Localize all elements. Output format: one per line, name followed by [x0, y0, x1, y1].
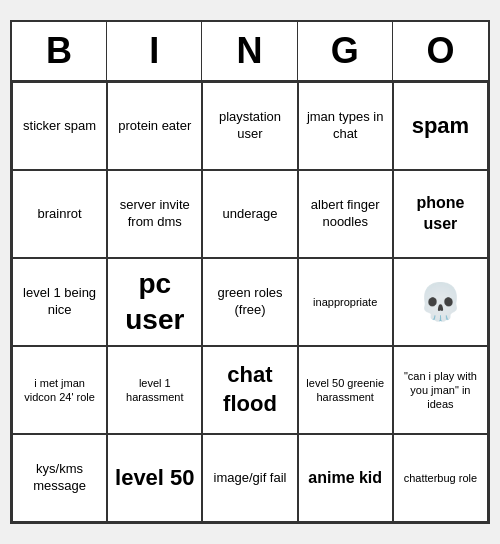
- cell-6: server invite from dms: [107, 170, 202, 258]
- letter-b: B: [12, 22, 107, 80]
- cell-10: level 1 being nice: [12, 258, 107, 346]
- cell-0: sticker spam: [12, 82, 107, 170]
- bingo-grid: sticker spam protein eater playstation u…: [12, 82, 488, 522]
- cell-4: spam: [393, 82, 488, 170]
- cell-24: chatterbug role: [393, 434, 488, 522]
- cell-11: pc user: [107, 258, 202, 346]
- cell-7: underage: [202, 170, 297, 258]
- cell-1: protein eater: [107, 82, 202, 170]
- cell-19: "can i play with you jman" in ideas: [393, 346, 488, 434]
- letter-n: N: [202, 22, 297, 80]
- cell-12: green roles (free): [202, 258, 297, 346]
- bingo-card: B I N G O sticker spam protein eater pla…: [10, 20, 490, 524]
- cell-14: 💀: [393, 258, 488, 346]
- cell-22: image/gif fail: [202, 434, 297, 522]
- cell-5: brainrot: [12, 170, 107, 258]
- cell-21: level 50: [107, 434, 202, 522]
- letter-i: I: [107, 22, 202, 80]
- cell-23: anime kid: [298, 434, 393, 522]
- cell-13: inappropriate: [298, 258, 393, 346]
- cell-2: playstation user: [202, 82, 297, 170]
- cell-3: jman types in chat: [298, 82, 393, 170]
- cell-17: chat flood: [202, 346, 297, 434]
- cell-18: level 50 greenie harassment: [298, 346, 393, 434]
- letter-o: O: [393, 22, 488, 80]
- cell-15: i met jman vidcon 24' role: [12, 346, 107, 434]
- letter-g: G: [298, 22, 393, 80]
- skull-emoji: 💀: [418, 279, 463, 326]
- cell-16: level 1 harassment: [107, 346, 202, 434]
- cell-20: kys/kms message: [12, 434, 107, 522]
- cell-8: albert finger noodles: [298, 170, 393, 258]
- bingo-header: B I N G O: [12, 22, 488, 82]
- cell-9: phone user: [393, 170, 488, 258]
